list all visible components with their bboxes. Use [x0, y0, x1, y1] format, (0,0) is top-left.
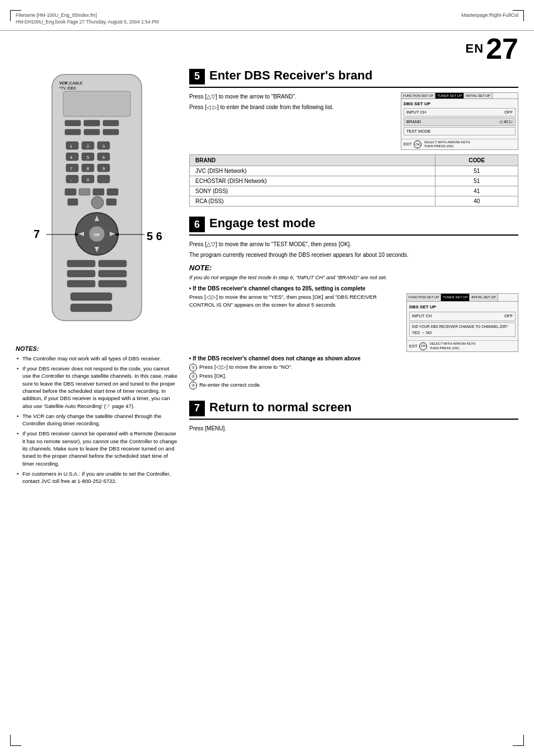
- svg-text:6: 6: [102, 155, 105, 160]
- step6-bullet1: • If the DBS receiver's channel changes …: [189, 285, 518, 351]
- remote-svg-container: VCR |CABLE *TV /DBS: [21, 69, 172, 337]
- brand-row-2: ECHOSTAR (DISH Network) 51: [190, 176, 518, 186]
- svg-rect-56: [71, 293, 112, 300]
- svg-text:*TV  /DBS: *TV /DBS: [59, 86, 76, 90]
- step6-note-title: NOTE:: [189, 264, 518, 272]
- step5-title: Enter DBS Receiver's brand: [209, 69, 372, 82]
- step5-lcd-row3: TEST MODE: [404, 127, 516, 135]
- step5-lcd-tabs: FUNCTION SET UP TUNER SET UP INITIAL SET…: [401, 93, 518, 99]
- step6-bullet2-content: • If the DBS receiver's channel does not…: [189, 355, 518, 391]
- svg-text:VCR: VCR: [59, 81, 68, 85]
- step5-number: 5: [189, 69, 205, 84]
- svg-text:7: 7: [70, 166, 73, 171]
- svg-rect-37: [79, 189, 90, 195]
- step6-bullet2-title: • If the DBS receiver's channel does not…: [189, 355, 518, 361]
- step5-header: 5 Enter DBS Receiver's brand: [189, 69, 518, 88]
- step5-body: Press [△▽] to move the arrow to "BRAND".…: [189, 92, 518, 150]
- step5-lcd-row2: BRAND ◁ 40 ▷: [404, 118, 516, 126]
- svg-text:8: 8: [87, 166, 90, 171]
- brand-col-header: BRAND: [190, 155, 435, 166]
- note-item-4: If your DBS receiver cannot be operated …: [16, 430, 178, 467]
- step7-section: 7 Return to normal screen Press [MENU].: [189, 401, 518, 433]
- step5-text: Press [△▽] to move the arrow to "BRAND".…: [189, 92, 394, 114]
- step7-number: 7: [189, 401, 205, 416]
- corner-mark-tr: [513, 10, 524, 21]
- svg-text:.: .: [103, 177, 104, 182]
- brand-row-1: JVC (DISH Network) 51: [190, 166, 518, 176]
- step6-tab-function: FUNCTION SET UP: [407, 294, 441, 300]
- step5-lcd-body: DBS SET UP INPUT CH OFF BRAND ◁ 40 ▷ TES…: [401, 99, 518, 139]
- step6-bullet2: • If the DBS receiver's channel does not…: [189, 355, 518, 391]
- step5-lcd-title: DBS SET UP: [404, 101, 516, 106]
- step6-title: Engage test mode: [209, 217, 315, 230]
- svg-text:9: 9: [102, 166, 105, 171]
- svg-text:3: 3: [102, 144, 105, 149]
- note-item-3: The VCR can only change the satellite ch…: [16, 412, 178, 428]
- step6-lcd-title: DBS SET UP: [409, 304, 516, 310]
- sub-num-2: ②: [189, 373, 197, 381]
- svg-rect-9: [84, 129, 100, 135]
- header-masterpage: Masterpage:Right-FullCol: [461, 12, 518, 18]
- svg-rect-36: [65, 189, 76, 195]
- header-file-info: Filename [HM-100U_Eng_05Index.fm] HM-DH1…: [16, 12, 159, 26]
- step6-note-text: If you do not engage the test mode in st…: [189, 274, 518, 281]
- en-label: EN: [466, 41, 484, 56]
- step5-lcd-row1: INPUT CH OFF: [404, 108, 516, 116]
- svg-text:1: 1: [70, 144, 73, 149]
- code-col-header: CODE: [435, 155, 518, 166]
- svg-text:5 6: 5 6: [147, 230, 162, 242]
- svg-rect-55: [99, 280, 127, 287]
- svg-rect-54: [67, 280, 95, 287]
- note-item-1: The Controller may not work with all typ…: [16, 355, 178, 362]
- svg-rect-53: [99, 270, 127, 277]
- step5-lcd: FUNCTION SET UP TUNER SET UP INITIAL SET…: [401, 92, 518, 150]
- page-number: 27: [486, 34, 518, 63]
- step6-text: Press [△▽] to move the arrow to "TEST MO…: [189, 240, 518, 259]
- main-content: VCR |CABLE *TV /DBS: [0, 63, 534, 499]
- step6-sub-list: ① Press [◁ ▷] to move the arrow to "NO".…: [189, 364, 518, 389]
- step7-header: 7 Return to normal screen: [189, 401, 518, 420]
- svg-rect-51: [99, 260, 127, 267]
- svg-rect-7: [103, 120, 119, 126]
- svg-text:5: 5: [87, 155, 90, 160]
- page-header: Filename [HM-100U_Eng_05Index.fm] HM-DH1…: [0, 0, 534, 31]
- svg-text:OK: OK: [94, 233, 100, 237]
- svg-rect-42: [106, 199, 116, 205]
- svg-text:4: 4: [70, 155, 73, 160]
- step5-tab-tuner: TUNER SET UP: [435, 93, 464, 98]
- step6-section: 6 Engage test mode Press [△▽] to move th…: [189, 217, 518, 391]
- svg-rect-39: [107, 189, 118, 195]
- svg-rect-40: [68, 199, 78, 205]
- svg-rect-11: [84, 120, 100, 126]
- step6-ok-circle: OK: [419, 342, 427, 350]
- svg-text:7: 7: [34, 228, 40, 240]
- note-item-2: If your DBS receiver does not respond to…: [16, 365, 178, 410]
- brand-table: BRAND CODE JVC (DISH Network) 51 ECHOSTA…: [189, 154, 518, 206]
- step6-tab-initial: INITIAL SET UP: [470, 294, 498, 300]
- svg-rect-38: [93, 189, 104, 195]
- step6-bullet1-content: • If the DBS receiver's channel changes …: [189, 285, 518, 351]
- remote-svg: VCR |CABLE *TV /DBS: [21, 69, 172, 337]
- step5-ok-circle: OK: [414, 140, 421, 148]
- step6-lcd-row1: INPUT CH OFF: [409, 312, 516, 321]
- sub-num-3: ③: [189, 382, 197, 389]
- svg-rect-5: [65, 120, 81, 126]
- step5-tab-initial: INITIAL SET UP: [464, 93, 492, 98]
- svg-rect-30: [66, 175, 78, 183]
- step6-header: 6 Engage test mode: [189, 217, 518, 236]
- step7-title: Return to normal screen: [209, 401, 352, 414]
- step6-lcd-tabs: FUNCTION SET UP TUNER SET UP INITIAL SET…: [407, 294, 518, 301]
- left-column: VCR |CABLE *TV /DBS: [16, 69, 178, 488]
- step5-tab-function: FUNCTION SET UP: [401, 93, 435, 98]
- svg-text:|CABLE: |CABLE: [69, 81, 83, 86]
- step6-bullet1-text: Press [◁ ▷] to move the arrow to "YES", …: [189, 293, 401, 308]
- step7-text: Press [MENU].: [189, 424, 518, 433]
- svg-text:0: 0: [87, 177, 90, 182]
- corner-mark-br: [513, 735, 524, 746]
- svg-rect-57: [71, 304, 112, 312]
- svg-text:-: -: [71, 177, 72, 182]
- notes-title: NOTES:: [16, 345, 178, 352]
- corner-mark-bl: [10, 735, 21, 746]
- step6-lcd-row2: DID YOUR DBS RECEIVER CHANGE TO CHANNEL …: [409, 322, 516, 337]
- svg-rect-10: [103, 129, 119, 135]
